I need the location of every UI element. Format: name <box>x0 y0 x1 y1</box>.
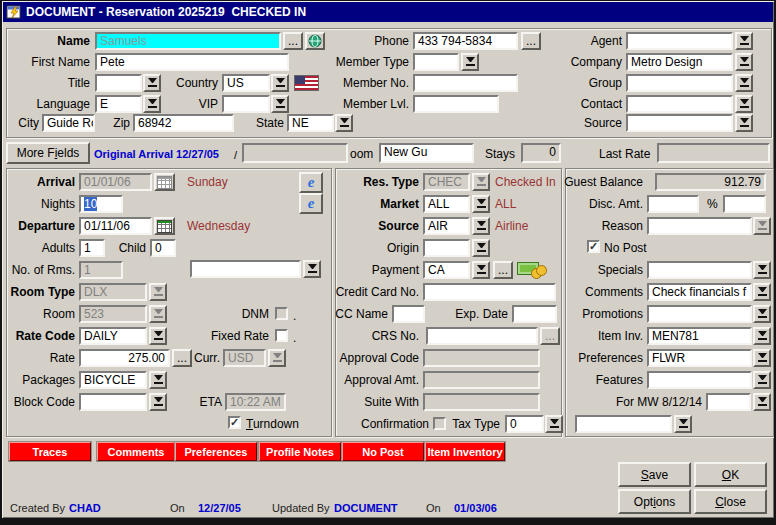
vip-field[interactable] <box>222 95 270 113</box>
packages-dropdown-button[interactable] <box>149 371 167 389</box>
profile-globe-button[interactable] <box>305 32 325 50</box>
nights-field[interactable]: 10 <box>79 195 123 213</box>
unlabeled-combo-dropdown-button[interactable] <box>303 260 321 278</box>
reason-field[interactable] <box>647 217 752 235</box>
credit-card-no-field[interactable] <box>423 283 556 301</box>
options-button[interactable]: Options <box>618 489 691 514</box>
preferences-banner-button[interactable]: Preferences <box>175 442 257 461</box>
preferences-dropdown-button[interactable] <box>753 349 771 367</box>
vip-dropdown-button[interactable] <box>271 95 289 113</box>
fixed-rate-checkbox[interactable] <box>275 329 288 342</box>
features-dropdown-button[interactable] <box>753 371 771 389</box>
specials-dropdown-button[interactable] <box>753 261 771 279</box>
first-name-field[interactable]: Pete <box>95 53 289 71</box>
disc-percent-field[interactable] <box>723 195 766 213</box>
payment-dropdown-button[interactable] <box>472 261 490 279</box>
market-field[interactable]: ALL <box>423 195 470 213</box>
room-status-field[interactable]: New Gu <box>379 143 474 163</box>
packages-field[interactable]: BICYCLE <box>79 371 147 389</box>
country-dropdown-button[interactable] <box>271 74 289 92</box>
phone-field[interactable]: 433 794-5834 <box>413 32 518 50</box>
item-inv-dropdown-button[interactable] <box>753 327 771 345</box>
departure-field[interactable]: 01/11/06 <box>79 217 152 235</box>
for-mw-dropdown-button[interactable] <box>753 393 771 411</box>
currency-field[interactable]: USD <box>223 349 266 367</box>
block-code-dropdown-button[interactable] <box>149 393 167 411</box>
comments-dropdown-button[interactable] <box>753 283 771 301</box>
save-button[interactable]: Save <box>618 462 691 487</box>
close-button[interactable]: Close <box>694 489 767 514</box>
name-browse-button[interactable]: ... <box>283 32 303 50</box>
res-type-field[interactable]: CHEC <box>423 173 470 191</box>
company-field[interactable]: Metro Design <box>626 53 733 71</box>
source-code-field[interactable]: AIR <box>423 217 470 235</box>
child-field[interactable]: 0 <box>150 239 176 257</box>
adults-field[interactable]: 1 <box>79 239 105 257</box>
no-of-rooms-field[interactable]: 1 <box>79 261 123 279</box>
unlabeled-account-field[interactable] <box>575 415 672 433</box>
rate-browse-button[interactable]: ... <box>172 349 192 367</box>
arrival-field[interactable]: 01/01/06 <box>79 173 152 191</box>
no-post-banner-button[interactable]: No Post <box>342 442 424 461</box>
contact-field[interactable] <box>626 95 733 113</box>
member-type-field[interactable] <box>413 53 459 71</box>
item-inv-field[interactable]: MEN781 <box>647 327 752 345</box>
payment-field[interactable]: CA <box>423 261 470 279</box>
language-dropdown-button[interactable] <box>143 95 161 113</box>
more-fields-button[interactable]: More Fields <box>6 142 90 164</box>
rate-query-button-1[interactable]: e <box>299 172 323 193</box>
arrival-calendar-button[interactable] <box>154 173 175 191</box>
confirmation-checkbox[interactable] <box>433 417 446 430</box>
name-field[interactable]: Samuels <box>95 32 281 50</box>
dnm-checkbox[interactable] <box>275 307 288 320</box>
member-no-field[interactable] <box>413 74 518 92</box>
title-dropdown-button[interactable] <box>143 74 161 92</box>
market-dropdown-button[interactable] <box>472 195 490 213</box>
origin-dropdown-button[interactable] <box>472 239 490 257</box>
city-field[interactable]: Guide Ro <box>42 114 95 132</box>
no-post-checkbox[interactable]: ✓ <box>587 240 600 253</box>
source-dropdown-button[interactable] <box>735 114 753 132</box>
rate-field[interactable]: 275.00 <box>79 349 170 367</box>
crs-no-field[interactable] <box>426 327 538 345</box>
cc-name-field[interactable] <box>392 305 425 323</box>
country-field[interactable]: US <box>222 74 270 92</box>
agent-field[interactable] <box>626 32 733 50</box>
departure-calendar-button[interactable] <box>154 217 175 235</box>
state-field[interactable]: NE <box>287 114 334 132</box>
comments-banner-button[interactable]: Comments <box>97 442 175 461</box>
rate-code-field[interactable]: DAILY <box>79 327 147 345</box>
promotions-dropdown-button[interactable] <box>753 305 771 323</box>
ok-button[interactable]: OK <box>694 462 767 487</box>
group-dropdown-button[interactable] <box>735 74 753 92</box>
company-dropdown-button[interactable] <box>735 53 753 71</box>
specials-field[interactable] <box>647 261 752 279</box>
payment-browse-button[interactable]: ... <box>493 261 513 279</box>
contact-dropdown-button[interactable] <box>735 95 753 113</box>
room-field[interactable]: 523 <box>79 305 147 323</box>
disc-amt-field[interactable] <box>647 195 699 213</box>
rate-query-button-2[interactable]: e <box>299 193 323 214</box>
phone-browse-button[interactable]: ... <box>521 32 541 50</box>
profile-notes-banner-button[interactable]: Profile Notes <box>259 442 341 461</box>
group-field[interactable] <box>626 74 733 92</box>
unlabeled-account-dropdown-button[interactable] <box>674 415 692 433</box>
traces-banner-button[interactable]: Traces <box>9 442 91 461</box>
item-inventory-banner-button[interactable]: Item Inventory <box>425 442 505 461</box>
origin-field[interactable] <box>423 239 470 257</box>
room-type-field[interactable]: DLX <box>79 283 147 301</box>
state-dropdown-button[interactable] <box>335 114 353 132</box>
source-code-dropdown-button[interactable] <box>472 217 490 235</box>
tax-type-field[interactable]: 0 <box>505 415 544 433</box>
unlabeled-combo-field[interactable] <box>190 260 301 278</box>
tax-type-dropdown-button[interactable] <box>545 415 563 433</box>
comments-field[interactable]: Check financials f <box>647 283 752 301</box>
eta-field[interactable]: 10:22 AM <box>225 393 286 411</box>
member-type-dropdown-button[interactable] <box>461 53 479 71</box>
turndown-checkbox[interactable]: ✓ <box>228 416 241 429</box>
language-field[interactable]: E <box>95 95 142 113</box>
member-lvl-field[interactable] <box>413 95 499 113</box>
block-code-field[interactable] <box>79 393 147 411</box>
agent-dropdown-button[interactable] <box>735 32 753 50</box>
zip-field[interactable]: 68942 <box>133 114 234 132</box>
